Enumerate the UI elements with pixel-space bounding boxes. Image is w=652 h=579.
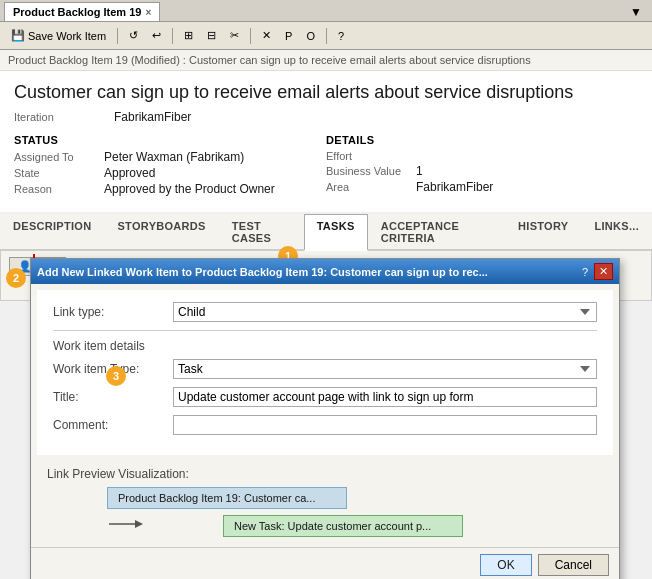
status-title: STATUS [14, 134, 326, 146]
comment-input[interactable] [173, 415, 597, 435]
state-value: Approved [104, 166, 155, 180]
area-value: FabrikamFiber [416, 180, 493, 194]
comment-label: Comment: [53, 418, 173, 432]
tab-acceptance-criteria[interactable]: ACCEPTANCE CRITERIA [368, 214, 505, 249]
title-row: Title: [53, 387, 597, 407]
details-column: DETAILS Effort Business Value 1 Area Fab… [326, 134, 638, 198]
undo-button[interactable]: ↩ [147, 26, 166, 45]
work-item-details-label: Work item details [53, 339, 597, 353]
tab-links[interactable]: LINKS... [581, 214, 652, 249]
link-type-control: Child [173, 302, 597, 322]
business-value-value: 1 [416, 164, 423, 178]
dialog-footer: OK Cancel [31, 547, 619, 579]
tab-bar: Product Backlog Item 19 × ▼ [0, 0, 652, 22]
link-type-row: Link type: Child [53, 302, 597, 322]
preview-label: Link Preview Visualization: [47, 467, 603, 481]
dialog-titlebar: Add New Linked Work Item to Product Back… [31, 259, 619, 284]
toolbar-icon-1[interactable]: ⊞ [179, 26, 198, 45]
tab-description[interactable]: DESCRIPTION [0, 214, 104, 249]
title-label: Title: [53, 390, 173, 404]
main-content: Customer can sign up to receive email al… [0, 71, 652, 212]
breadcrumb: Product Backlog Item 19 (Modified) : Cus… [0, 50, 652, 71]
area-row: Area FabrikamFiber [326, 180, 638, 194]
tab-tasks[interactable]: TASKS [304, 214, 368, 251]
status-column: STATUS Assigned To Peter Waxman (Fabrika… [14, 134, 326, 198]
iteration-row: Iteration FabrikamFiber [14, 110, 638, 124]
effort-row: Effort [326, 150, 638, 162]
preview-area: Link Preview Visualization: Product Back… [31, 461, 619, 547]
iteration-value: FabrikamFiber [114, 110, 191, 124]
save-icon: 💾 [11, 29, 25, 42]
title-input[interactable] [173, 387, 597, 407]
iteration-label: Iteration [14, 111, 104, 123]
toolbar: 💾 Save Work Item ↺ ↩ ⊞ ⊟ ✂ ✕ P O ? [0, 22, 652, 50]
toolbar-icon-3[interactable]: ✂ [225, 26, 244, 45]
assigned-row: Assigned To Peter Waxman (Fabrikam) [14, 150, 326, 164]
comment-row: Comment: [53, 415, 597, 435]
dialog-help-button[interactable]: ? [578, 265, 592, 279]
undo-icon: ↩ [152, 29, 161, 42]
main-tab[interactable]: Product Backlog Item 19 × [4, 2, 160, 21]
toolbar-separator [117, 28, 118, 44]
badge-3: 3 [106, 366, 126, 386]
details-grid: STATUS Assigned To Peter Waxman (Fabrika… [14, 134, 638, 198]
area-label: Area [326, 181, 416, 193]
save-button[interactable]: 💾 Save Work Item [6, 26, 111, 45]
title-control [173, 387, 597, 407]
toolbar-separator-4 [326, 28, 327, 44]
tab-navigation: DESCRIPTION STORYBOARDS TEST CASES TASKS… [0, 214, 652, 251]
tab-label: Product Backlog Item 19 [13, 6, 141, 18]
link-type-label: Link type: [53, 305, 173, 319]
badge-2: 2 [6, 268, 26, 288]
dialog-divider-1 [53, 330, 597, 331]
assigned-value: Peter Waxman (Fabrikam) [104, 150, 244, 164]
preview-parent-item: Product Backlog Item 19: Customer ca... [107, 487, 347, 509]
tab-history[interactable]: HISTORY [505, 214, 581, 249]
details-title: DETAILS [326, 134, 638, 146]
state-row: State Approved [14, 166, 326, 180]
toolbar-separator-2 [172, 28, 173, 44]
tab-dropdown-btn[interactable]: ▼ [624, 3, 648, 21]
business-value-row: Business Value 1 [326, 164, 638, 178]
svg-marker-2 [135, 520, 143, 528]
toolbar-icon-x[interactable]: ✕ [257, 26, 276, 45]
toolbar-separator-3 [250, 28, 251, 44]
reason-value: Approved by the Product Owner [104, 182, 275, 196]
ok-button[interactable]: OK [480, 554, 531, 576]
toolbar-icon-o[interactable]: O [301, 27, 320, 45]
page-title: Customer can sign up to receive email al… [14, 81, 638, 104]
preview-connector-arrow [107, 514, 143, 534]
dialog-add-linked-item: Add New Linked Work Item to Product Back… [30, 258, 620, 579]
work-item-type-row: Work item Type: Task [53, 359, 597, 379]
toolbar-icon-p[interactable]: P [280, 27, 297, 45]
help-button[interactable]: ? [333, 27, 349, 45]
business-value-label: Business Value [326, 165, 416, 177]
dialog-title: Add New Linked Work Item to Product Back… [37, 266, 578, 278]
effort-label: Effort [326, 150, 416, 162]
work-item-type-control: Task [173, 359, 597, 379]
state-label: State [14, 167, 104, 179]
toolbar-icon-2[interactable]: ⊟ [202, 26, 221, 45]
comment-control [173, 415, 597, 435]
preview-child-item: New Task: Update customer account p... [223, 515, 463, 537]
cancel-button[interactable]: Cancel [538, 554, 609, 576]
tab-storyboards[interactable]: STORYBOARDS [104, 214, 218, 249]
dialog-close-button[interactable]: ✕ [594, 263, 613, 280]
tab-test-cases[interactable]: TEST CASES [219, 214, 304, 249]
reason-label: Reason [14, 183, 104, 195]
assigned-label: Assigned To [14, 151, 104, 163]
refresh-icon: ↺ [129, 29, 138, 42]
refresh-button[interactable]: ↺ [124, 26, 143, 45]
link-type-select[interactable]: Child [173, 302, 597, 322]
tab-close-btn[interactable]: × [145, 7, 151, 18]
work-item-type-select[interactable]: Task [173, 359, 597, 379]
reason-row: Reason Approved by the Product Owner [14, 182, 326, 196]
